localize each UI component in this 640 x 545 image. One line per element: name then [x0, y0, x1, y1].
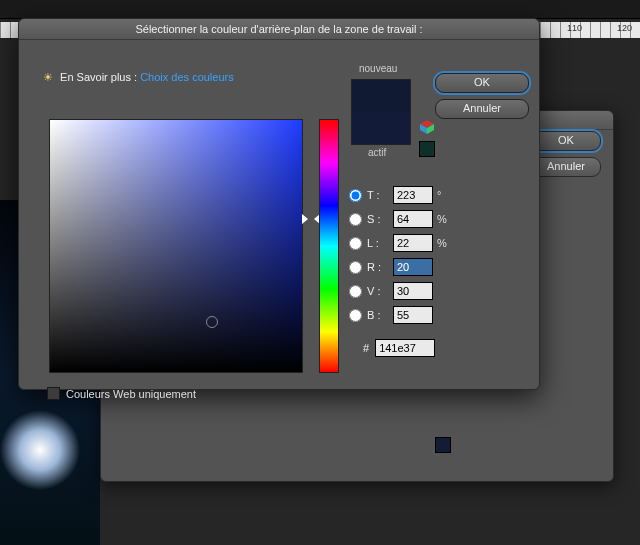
- radio-r[interactable]: [349, 261, 362, 274]
- radio-lum[interactable]: [349, 237, 362, 250]
- label-sat: S :: [367, 213, 389, 225]
- unit-lum: %: [437, 237, 451, 249]
- app-menubar: [0, 0, 640, 19]
- ok-button[interactable]: OK: [435, 73, 529, 93]
- input-hex[interactable]: [375, 339, 435, 357]
- dialog-title[interactable]: Sélectionner la couleur d'arrière-plan d…: [19, 19, 539, 40]
- color-preview: [351, 79, 411, 145]
- unit-sat: %: [437, 213, 451, 225]
- hex-hash: #: [363, 342, 369, 354]
- lightbulb-icon: ☀: [43, 71, 53, 83]
- color-picker-dialog: Sélectionner la couleur d'arrière-plan d…: [18, 18, 540, 390]
- input-sat[interactable]: [393, 210, 433, 228]
- checkbox-web[interactable]: [47, 387, 60, 400]
- row-lum: L : %: [349, 231, 451, 255]
- color-cube-icon[interactable]: [419, 119, 435, 135]
- label-b: B :: [367, 309, 389, 321]
- gamut-swatch[interactable]: [419, 141, 435, 157]
- label-current: actif: [368, 147, 386, 158]
- input-lum[interactable]: [393, 234, 433, 252]
- input-hue[interactable]: [393, 186, 433, 204]
- input-v[interactable]: [393, 282, 433, 300]
- color-field[interactable]: [49, 119, 303, 373]
- radio-sat[interactable]: [349, 213, 362, 226]
- preview-new-color: [352, 80, 410, 112]
- row-r: R :: [349, 255, 451, 279]
- ok-button[interactable]: OK: [531, 131, 601, 151]
- row-sat: S : %: [349, 207, 451, 231]
- label-r: R :: [367, 261, 389, 273]
- label-v: V :: [367, 285, 389, 297]
- label-hue: T :: [367, 189, 389, 201]
- label-new: nouveau: [359, 63, 397, 74]
- row-hue: T : °: [349, 183, 451, 207]
- radio-b[interactable]: [349, 309, 362, 322]
- hue-pointer-left-icon: [302, 214, 308, 224]
- learn-more: ☀ En Savoir plus : Choix des couleurs: [43, 71, 234, 84]
- label-lum: L :: [367, 237, 389, 249]
- unit-hue: °: [437, 189, 451, 201]
- preview-current-color[interactable]: [352, 112, 410, 144]
- web-colors-only[interactable]: Couleurs Web uniquement: [47, 387, 196, 400]
- color-field-cursor[interactable]: [206, 316, 218, 328]
- cancel-button[interactable]: Annuler: [531, 157, 601, 177]
- ruler-mark: 110: [567, 23, 582, 33]
- input-b[interactable]: [393, 306, 433, 324]
- cancel-button[interactable]: Annuler: [435, 99, 529, 119]
- hue-slider[interactable]: [319, 119, 339, 373]
- radio-hue[interactable]: [349, 189, 362, 202]
- ruler-mark: 120: [617, 23, 632, 33]
- input-r[interactable]: [393, 258, 433, 276]
- radio-v[interactable]: [349, 285, 362, 298]
- learn-prefix: En Savoir plus :: [60, 71, 140, 83]
- canvas-color-swatch[interactable]: [435, 437, 451, 453]
- learn-more-link[interactable]: Choix des couleurs: [140, 71, 234, 83]
- row-v: V :: [349, 279, 451, 303]
- color-value-rows: T : ° S : % L : % R : V :: [349, 183, 451, 327]
- row-hex: #: [363, 339, 435, 357]
- web-colors-label: Couleurs Web uniquement: [66, 388, 196, 400]
- row-b: B :: [349, 303, 451, 327]
